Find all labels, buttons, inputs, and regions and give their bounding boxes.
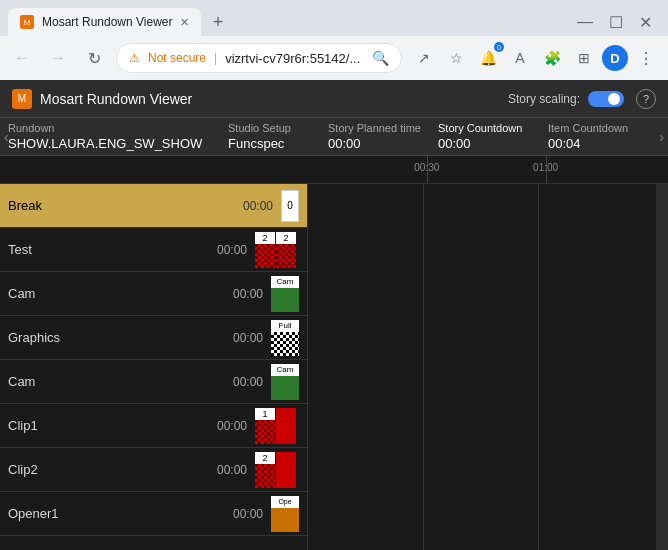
content-area: Break 00:00 0 Test 00:00 2 2 [0, 184, 668, 550]
profile-button[interactable]: D [602, 45, 628, 71]
list-item[interactable]: Clip2 00:00 2 [0, 448, 307, 492]
scaling-toggle[interactable] [588, 91, 624, 107]
col-item-label: Item Countdown [548, 122, 642, 134]
share-button[interactable]: ↗ [410, 44, 438, 72]
timeline-marks: 00:30 01:00 [308, 156, 668, 183]
translate-button[interactable]: A [506, 44, 534, 72]
browser-actions: ↗ ☆ 🔔 0 A 🧩 ⊞ D ⋮ [410, 44, 660, 72]
col-studio-label: Studio Setup [228, 122, 312, 134]
row-label: Clip1 [8, 418, 194, 433]
timeline-visual [308, 184, 656, 550]
row-time: 00:00 [202, 463, 247, 477]
nav-right-button[interactable]: › [659, 129, 664, 145]
app-title: Mosart Rundown Viewer [40, 91, 508, 107]
nav-left-button[interactable]: ‹ [4, 129, 9, 145]
minimize-button[interactable]: — [577, 13, 593, 31]
tab-favicon: M [20, 15, 34, 29]
col-planned: Story Planned time 00:00 [320, 118, 430, 155]
timeline-gridline [423, 184, 424, 550]
list-item[interactable]: Break 00:00 0 [0, 184, 307, 228]
col-countdown-value: 00:00 [438, 136, 532, 151]
help-button[interactable]: ? [636, 89, 656, 109]
tab-title: Mosart Rundown Viewer [42, 15, 173, 29]
row-indicator: Ope [271, 496, 299, 532]
row-label: Cam [8, 286, 210, 301]
col-planned-label: Story Planned time [328, 122, 422, 134]
app-container: M Mosart Rundown Viewer Story scaling: ?… [0, 80, 668, 550]
close-window-button[interactable]: ✕ [639, 13, 652, 32]
notification-button[interactable]: 🔔 0 [474, 44, 502, 72]
row-label: Opener1 [8, 506, 210, 521]
search-icon: 🔍 [372, 50, 389, 66]
row-label: Test [8, 242, 194, 257]
tab-bar: M Mosart Rundown Viewer × + — ☐ ✕ [0, 0, 668, 36]
row-label: Break [8, 198, 220, 213]
active-tab[interactable]: M Mosart Rundown Viewer × [8, 8, 201, 36]
row-indicator: 2 2 [255, 232, 299, 268]
col-countdown-label: Story Countdown [438, 122, 532, 134]
timeline-ruler: 00:30 01:00 [0, 156, 668, 184]
list-item[interactable]: Cam 00:00 Cam [0, 360, 307, 404]
col-planned-value: 00:00 [328, 136, 422, 151]
scrollbar[interactable] [656, 184, 668, 550]
back-button[interactable]: ← [8, 44, 36, 72]
browser-frame: M Mosart Rundown Viewer × + — ☐ ✕ ← → ↻ … [0, 0, 668, 80]
address-bar[interactable]: ⚠ Not secure | vizrtvi-cv79r6r:55142/...… [116, 43, 402, 73]
app-logo: M [12, 89, 32, 109]
app-header: M Mosart Rundown Viewer Story scaling: ? [0, 80, 668, 118]
address-separator: | [214, 51, 217, 65]
col-item-value: 00:04 [548, 136, 642, 151]
refresh-button[interactable]: ↻ [80, 44, 108, 72]
story-scaling-control: Story scaling: [508, 91, 624, 107]
row-indicator: 1 [255, 408, 299, 444]
row-label: Cam [8, 374, 210, 389]
security-icon: ⚠ [129, 51, 140, 65]
col-rundown: Rundown SHOW.LAURA.ENG_SW_SHOW [0, 118, 220, 155]
col-studio: Studio Setup Funcspec [220, 118, 320, 155]
col-rundown-label: Rundown [8, 122, 212, 134]
row-time: 00:00 [202, 419, 247, 433]
maximize-button[interactable]: ☐ [609, 13, 623, 32]
list-item[interactable]: Cam 00:00 Cam [0, 272, 307, 316]
timeline-spacer [0, 156, 308, 183]
row-indicator: 0 [281, 190, 299, 222]
timeline-gridline [538, 184, 539, 550]
row-indicator: Cam [271, 364, 299, 400]
address-text: vizrtvi-cv79r6r:55142/... [225, 51, 364, 66]
col-rundown-value: SHOW.LAURA.ENG_SW_SHOW [8, 136, 212, 151]
row-time: 00:00 [228, 199, 273, 213]
row-time: 00:00 [202, 243, 247, 257]
browser-controls: ← → ↻ ⚠ Not secure | vizrtvi-cv79r6r:551… [0, 36, 668, 80]
new-tab-button[interactable]: + [205, 12, 232, 33]
notification-badge: 0 [494, 42, 504, 52]
security-label: Not secure [148, 51, 206, 65]
extensions-button[interactable]: 🧩 [538, 44, 566, 72]
list-item[interactable]: Opener1 00:00 Ope [0, 492, 307, 536]
list-item[interactable]: Test 00:00 2 2 [0, 228, 307, 272]
rows-panel: Break 00:00 0 Test 00:00 2 2 [0, 184, 308, 550]
table-header: ‹ Rundown SHOW.LAURA.ENG_SW_SHOW Studio … [0, 118, 668, 156]
row-time: 00:00 [218, 507, 263, 521]
row-label: Graphics [8, 330, 210, 345]
story-scaling-label: Story scaling: [508, 92, 580, 106]
tab-close-button[interactable]: × [181, 14, 189, 30]
list-item[interactable]: Clip1 00:00 1 [0, 404, 307, 448]
list-item[interactable]: Graphics 00:00 Full [0, 316, 307, 360]
timeline-mark-2: 01:00 [533, 162, 558, 173]
row-indicator: Full [271, 320, 299, 356]
sidebar-button[interactable]: ⊞ [570, 44, 598, 72]
menu-button[interactable]: ⋮ [632, 44, 660, 72]
row-time: 00:00 [218, 375, 263, 389]
row-indicator: Cam [271, 276, 299, 312]
forward-button[interactable]: → [44, 44, 72, 72]
col-countdown: Story Countdown 00:00 [430, 118, 540, 155]
row-time: 00:00 [218, 287, 263, 301]
row-time: 00:00 [218, 331, 263, 345]
row-indicator: 2 [255, 452, 299, 488]
row-label: Clip2 [8, 462, 194, 477]
timeline-mark-1: 00:30 [414, 162, 439, 173]
col-studio-value: Funcspec [228, 136, 312, 151]
col-item: Item Countdown 00:04 [540, 118, 650, 155]
bookmark-button[interactable]: ☆ [442, 44, 470, 72]
